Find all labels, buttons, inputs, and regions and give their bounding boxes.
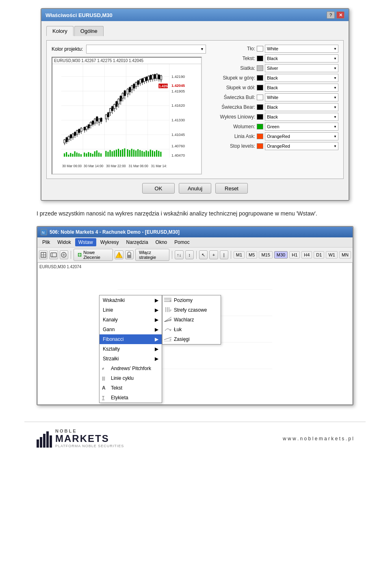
fib-strefy[interactable]: F Strefy czasowe [162,305,221,315]
menu-andrews[interactable]: ≠ Andrews' Pitchfork [100,364,162,373]
color-project-dropdown[interactable] [86,45,206,54]
toolbar-btn-3[interactable] [60,250,68,259]
tab-ogolne[interactable]: Ogólne [74,26,104,36]
menu-plik[interactable]: Plik [39,238,53,246]
tabs-row: Kolory Ogólne [46,26,344,36]
warning-icon[interactable]: ! [115,250,123,259]
dropdown-stop-levels[interactable]: OrangeRed [265,142,338,150]
chart-preview-area: Kolor projektu: EURUSD,M30 1.42267 1.422… [52,45,206,174]
svg-rect-30 [72,134,74,137]
toolbar: Nowe Zlecenie ! Włącz strategie ↑↓ ↕ [37,248,353,263]
dropdown-linia-ask[interactable]: OrangeRed [265,132,338,140]
tf-d1[interactable]: D1 [314,251,324,258]
dropdown-tlo[interactable]: White [265,45,338,53]
svg-rect-147 [143,152,145,157]
toolbar-sep-2 [172,251,172,259]
tf-h1[interactable]: H1 [289,251,300,258]
menu-gann[interactable]: Gann ▶ [100,325,162,334]
svg-rect-146 [141,151,143,157]
svg-rect-78 [127,89,129,94]
svg-rect-111 [64,153,65,157]
svg-text:1.42190: 1.42190 [171,75,185,79]
tf-h4[interactable]: H4 [301,251,312,258]
svg-rect-119 [80,154,82,157]
menu-wstaw[interactable]: Wstaw [75,238,96,246]
tf-m1[interactable]: M1 [234,251,245,258]
svg-rect-48 [92,121,94,124]
menu-ksztalty[interactable]: Kształty ▶ [100,344,162,354]
svg-rect-176 [127,255,131,258]
tf-icon-2[interactable]: ↕ [185,250,194,259]
svg-rect-22 [64,140,65,143]
close-button[interactable]: ✕ [336,11,344,19]
fib-poziomy[interactable]: F Poziomy [162,295,221,305]
menu-linie[interactable]: Linie ▶ [100,305,162,315]
menu-kanaly[interactable]: Kanały ▶ [100,315,162,325]
new-order-button[interactable]: Nowe Zlecenie [74,249,113,261]
svg-text:1.40470: 1.40470 [171,153,185,157]
svg-text:1.42045: 1.42045 [171,84,185,88]
menu-wskazniki[interactable]: Wskaźniki ▶ [100,295,162,305]
svg-rect-90 [139,80,141,83]
swatch-wykres-lin [257,114,263,120]
menu-linie-cyklu[interactable]: ||| Linie cyklu [100,373,162,383]
svg-rect-66 [114,104,115,108]
dropdown-siatka[interactable]: Silver [265,64,338,72]
menu-pomoc[interactable]: Pomoc [171,238,193,246]
fibonacci-submenu: F Poziomy F Strefy czasowe F [162,295,221,345]
strategy-button[interactable]: Włącz strategie [135,249,169,261]
svg-rect-126 [96,151,98,157]
reset-button[interactable]: Reset [215,183,248,194]
cyklu-icon: ||| [102,376,105,381]
svg-text:30 Mar 06:00: 30 Mar 06:00 [62,164,82,168]
tab-kolory[interactable]: Kolory [46,26,74,36]
menu-widok[interactable]: Widok [54,238,74,246]
tf-m30[interactable]: M30 [274,251,288,258]
app-title-bar: N 506: Noble Markets 4 - Rachunek Demo -… [37,227,353,237]
tf-mn[interactable]: MN [339,251,351,258]
dropdown-wykres-lin[interactable]: Black [265,113,338,121]
tf-m5[interactable]: M5 [246,251,257,258]
menu-wykresy[interactable]: Wykresy [97,238,122,246]
svg-text:1.42045: 1.42045 [159,84,171,88]
logo-markets: MARKETS [55,433,124,444]
etykieta-icon: T [102,396,104,400]
dropdown-swiec-bear[interactable]: Black [265,103,338,111]
svg-rect-125 [94,151,95,157]
svg-text:F: F [170,309,171,312]
menu-tekst[interactable]: A Tekst [100,383,162,393]
cursor-tool[interactable]: ↖ [199,250,208,259]
ok-button[interactable]: OK [142,183,175,194]
tf-m15[interactable]: M15 [259,251,272,258]
svg-rect-104 [154,75,156,79]
dropdown-swiec-bull[interactable]: White [265,93,338,101]
svg-text:30 Mar 14:00: 30 Mar 14:00 [84,164,104,168]
svg-rect-166 [51,253,56,257]
menu-etykieta[interactable]: T Etykieta [100,393,162,403]
menu-okno[interactable]: Okno [152,238,171,246]
fib-luk[interactable]: F Łuk [162,325,221,334]
tf-w1[interactable]: W1 [326,251,338,258]
lock-icon[interactable] [125,250,134,259]
anuluj-button[interactable]: Anuluj [179,183,211,194]
cross-tool[interactable]: + [209,250,218,259]
dropdown-slupek-gora[interactable]: Black [265,74,338,82]
svg-rect-80 [129,87,131,92]
toolbar-btn-2[interactable] [49,250,58,259]
logo-bars-icon [37,430,53,448]
line-tool[interactable]: | [220,250,228,259]
help-button[interactable]: ? [327,11,335,19]
svg-text:30 Mar 22:00: 30 Mar 22:00 [106,164,126,168]
menu-fibonacci[interactable]: Fibonacci ▶ [100,334,162,344]
tf-icon-1[interactable]: ↑↓ [175,250,183,259]
dropdown-tekst[interactable]: Black [265,54,338,62]
menu-narzedzia[interactable]: Narzędzia [123,238,152,246]
fib-wachlarz[interactable]: F Wachlarz [162,315,221,325]
dropdown-wolumen[interactable]: Green [265,123,338,131]
dropdown-slupek-dol[interactable]: Black [265,84,338,92]
svg-rect-224 [46,431,49,448]
fib-zasiegi[interactable]: F Zasięgi [162,334,221,344]
color-row-swiec-bear: Świeczka Bear: Black [212,103,338,111]
menu-strzalki[interactable]: Strzałki ▶ [100,354,162,364]
toolbar-btn-1[interactable] [39,250,48,259]
